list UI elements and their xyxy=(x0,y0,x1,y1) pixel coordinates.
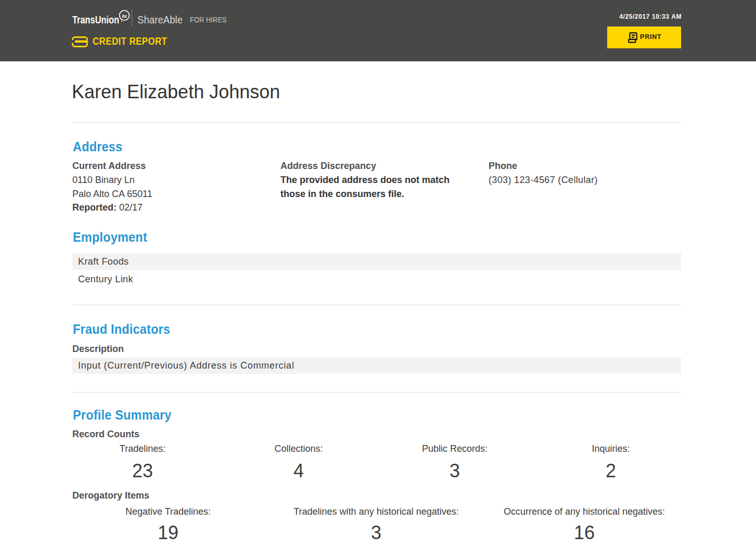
svg-text:tu: tu xyxy=(122,12,126,19)
